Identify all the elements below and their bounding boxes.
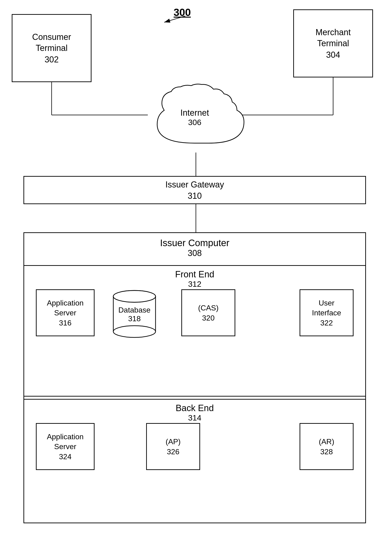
database-318-container: Database 318 (109, 287, 160, 341)
database-318-title: Database (118, 306, 151, 314)
back-end-title: Back End (24, 403, 365, 413)
ar-328-box: (AR) 328 (299, 423, 354, 470)
internet-title: Internet (180, 108, 209, 118)
issuer-computer-title: Issuer Computer (24, 238, 365, 248)
consumer-terminal-title: ConsumerTerminal (32, 32, 71, 54)
front-end-section: Front End 312 ApplicationServer 316 Data… (23, 265, 366, 397)
app-server-316-number: 316 (59, 319, 71, 327)
user-interface-322-box: UserInterface 322 (299, 289, 354, 336)
ap-326-number: 326 (167, 447, 179, 456)
app-server-316-title: ApplicationServer (47, 298, 84, 318)
svg-point-10 (113, 326, 155, 338)
cas-320-title: (CAS) (198, 303, 218, 313)
merchant-terminal-title: MerchantTerminal (316, 27, 351, 49)
issuer-gateway-title: Issuer Gateway (165, 179, 224, 190)
internet-number: 306 (180, 118, 209, 127)
svg-point-11 (113, 291, 155, 302)
database-318-number: 318 (118, 314, 151, 323)
back-end-number: 314 (24, 413, 365, 422)
back-end-section: Back End 314 ApplicationServer 324 (AP) … (23, 399, 366, 523)
app-server-316-box: ApplicationServer 316 (36, 289, 94, 336)
cas-320-number: 320 (202, 314, 215, 322)
consumer-terminal-number: 302 (45, 55, 59, 65)
issuer-computer-number: 308 (24, 248, 365, 258)
ref-number-300: 300 (174, 7, 191, 18)
diagram: 300 ConsumerTerminal 302 MerchantTermina… (0, 0, 392, 535)
consumer-terminal-box: ConsumerTerminal 302 (12, 14, 92, 82)
issuer-gateway-box: Issuer Gateway 310 (23, 176, 366, 204)
cas-320-box: (CAS) 320 (181, 289, 235, 336)
ar-328-title: (AR) (319, 437, 334, 447)
app-server-324-title: ApplicationServer (47, 432, 84, 451)
ar-328-number: 328 (320, 447, 333, 456)
issuer-gateway-number: 310 (188, 191, 202, 201)
merchant-terminal-box: MerchantTerminal 304 (293, 9, 373, 77)
front-end-number: 312 (24, 279, 365, 289)
merchant-terminal-number: 304 (326, 50, 340, 60)
app-server-324-number: 324 (59, 452, 71, 461)
internet-cloud: Internet 306 (138, 82, 251, 153)
ap-326-title: (AP) (166, 437, 181, 447)
internet-label: Internet 306 (180, 108, 209, 127)
ap-326-box: (AP) 326 (146, 423, 200, 470)
user-interface-322-number: 322 (320, 319, 333, 327)
user-interface-322-title: UserInterface (312, 298, 341, 318)
front-end-title: Front End (24, 269, 365, 279)
app-server-324-box: ApplicationServer 324 (36, 423, 94, 470)
